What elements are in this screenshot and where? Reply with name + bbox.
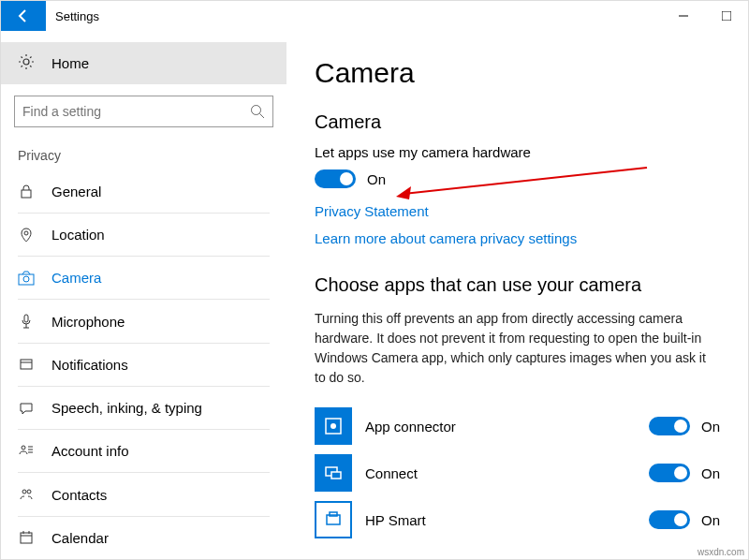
app-row: App connector On <box>315 403 720 449</box>
app-name: Connect <box>365 465 418 481</box>
account-icon <box>18 443 35 460</box>
sidebar-item-notifications[interactable]: Notifications <box>1 344 286 386</box>
svg-rect-1 <box>722 11 731 21</box>
connect-icon <box>315 454 352 492</box>
learn-more-link[interactable]: Learn more about camera privacy settings <box>315 230 720 246</box>
privacy-statement-link[interactable]: Privacy Statement <box>315 203 720 219</box>
main-panel: Camera Camera Let apps use my camera har… <box>286 31 748 559</box>
camera-master-toggle-row: On <box>315 169 720 188</box>
lock-icon <box>18 183 35 199</box>
app-toggle[interactable] <box>649 510 690 529</box>
camera-icon <box>18 270 35 287</box>
titlebar: Settings <box>1 1 748 31</box>
sidebar-item-label: Notifications <box>51 357 128 373</box>
sidebar-item-speech[interactable]: Speech, inking, & typing <box>1 387 286 429</box>
maximize-button[interactable] <box>705 1 748 31</box>
svg-rect-5 <box>22 190 31 198</box>
app-name: HP Smart <box>365 512 426 528</box>
sidebar-item-label: Calendar <box>51 530 109 546</box>
window-title: Settings <box>55 9 99 23</box>
sidebar-item-label: Account info <box>51 443 129 459</box>
maximize-icon <box>722 11 731 21</box>
category-label: Privacy <box>1 127 286 170</box>
window-controls <box>662 1 748 31</box>
back-button[interactable] <box>1 1 46 31</box>
calendar-icon <box>18 529 35 546</box>
notifications-icon <box>18 356 35 373</box>
svg-point-6 <box>24 231 28 235</box>
arrow-left-icon <box>16 8 31 23</box>
svg-rect-9 <box>24 315 28 322</box>
watermark: wsxdn.com <box>698 547 744 557</box>
app-toggle[interactable] <box>649 464 690 482</box>
sidebar: Home Privacy General Location Camera Mic… <box>1 31 286 559</box>
page-title: Camera <box>315 57 720 89</box>
sidebar-item-calendar[interactable]: Calendar <box>1 517 286 559</box>
sidebar-item-location[interactable]: Location <box>1 214 286 256</box>
content-area: Home Privacy General Location Camera Mic… <box>1 31 748 559</box>
svg-rect-25 <box>331 472 341 479</box>
speech-icon <box>18 400 35 417</box>
search-icon <box>250 104 265 119</box>
sidebar-item-label: Speech, inking, & typing <box>51 400 202 416</box>
camera-master-toggle[interactable] <box>315 169 356 188</box>
contacts-icon <box>18 486 35 503</box>
sidebar-item-label: Location <box>51 227 105 243</box>
section-title: Camera <box>315 111 720 133</box>
search-input[interactable] <box>22 104 250 119</box>
svg-point-16 <box>22 490 26 494</box>
app-toggle-state: On <box>701 465 720 481</box>
app-name: App connector <box>365 419 456 435</box>
home-button[interactable]: Home <box>1 42 286 84</box>
toggle-state-label: On <box>367 171 386 187</box>
svg-rect-18 <box>21 533 32 543</box>
sidebar-item-label: Contacts <box>51 487 107 503</box>
minimize-button[interactable] <box>662 1 705 31</box>
sidebar-item-label: General <box>51 184 101 199</box>
app-row: Connect On <box>315 449 720 496</box>
app-toggle[interactable] <box>649 417 690 435</box>
app-connector-icon <box>315 407 352 445</box>
gear-icon <box>18 53 35 74</box>
app-toggle-state: On <box>701 512 720 528</box>
search-box[interactable] <box>14 96 273 126</box>
app-toggle-state: On <box>701 419 720 435</box>
svg-point-23 <box>330 423 336 429</box>
sidebar-item-microphone[interactable]: Microphone <box>1 300 286 342</box>
svg-point-3 <box>252 105 261 114</box>
sidebar-item-label: Camera <box>51 270 101 286</box>
svg-point-8 <box>23 276 29 282</box>
choose-apps-description: Turning this off prevents an app from di… <box>315 309 720 388</box>
app-row: HP Smart On <box>315 496 720 543</box>
hp-smart-icon <box>315 501 352 538</box>
svg-point-12 <box>22 446 25 449</box>
location-icon <box>18 227 35 243</box>
svg-rect-27 <box>330 512 337 516</box>
choose-apps-title: Choose apps that can use your camera <box>315 274 720 296</box>
permission-description: Let apps use my camera hardware <box>315 144 720 160</box>
svg-point-2 <box>23 59 29 65</box>
sidebar-item-contacts[interactable]: Contacts <box>1 473 286 515</box>
microphone-icon <box>18 313 35 330</box>
sidebar-item-camera[interactable]: Camera <box>1 257 286 299</box>
svg-line-4 <box>260 113 265 118</box>
svg-rect-10 <box>21 360 32 369</box>
svg-point-17 <box>27 490 31 494</box>
sidebar-item-label: Microphone <box>51 314 125 330</box>
minimize-icon <box>679 11 688 21</box>
sidebar-item-general[interactable]: General <box>1 170 286 213</box>
home-label: Home <box>51 55 89 71</box>
sidebar-item-account[interactable]: Account info <box>1 430 286 472</box>
